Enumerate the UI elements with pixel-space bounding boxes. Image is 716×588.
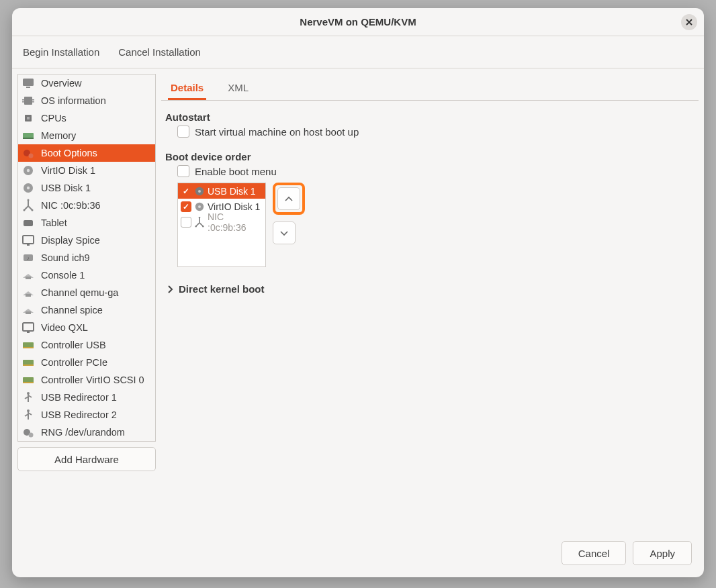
display-icon (21, 233, 36, 248)
monitor-icon (21, 76, 36, 91)
tab-xml[interactable]: XML (225, 82, 251, 100)
boot-device-row[interactable]: USB Disk 1 (178, 183, 265, 199)
sidebar-item-rng-dev-urandom[interactable]: RNG /dev/urandom (18, 424, 155, 441)
sidebar-item-label: Channel qemu-ga (41, 287, 118, 298)
tab-details[interactable]: Details (168, 82, 206, 100)
move-down-button[interactable] (273, 222, 296, 244)
titlebar: NerveVM on QEMU/KVM (12, 8, 704, 36)
sidebar-item-os-information[interactable]: OS information (18, 92, 155, 109)
boot-device-label: USB Disk 1 (208, 186, 256, 197)
ctrl-icon (21, 338, 36, 352)
sidebar-item-controller-virtio-scsi-0[interactable]: Controller VirtIO SCSI 0 (18, 371, 155, 389)
sidebar-item-label: Overview (41, 78, 81, 89)
enable-boot-menu-checkbox[interactable] (177, 165, 189, 177)
port-icon (21, 303, 36, 317)
autostart-heading: Autostart (165, 111, 695, 123)
sidebar-item-label: Display Spice (41, 235, 100, 246)
install-toolbar: Begin Installation Cancel Installation (12, 36, 704, 68)
boot-device-label: VirtIO Disk 1 (208, 201, 260, 212)
sidebar-item-boot-options[interactable]: Boot Options (18, 144, 155, 162)
detail-tabs: Details XML (161, 74, 699, 101)
hardware-sidebar: OverviewOS informationCPUsMemoryBoot Opt… (17, 74, 156, 442)
sidebar-item-label: Sound ich9 (41, 252, 90, 263)
sidebar-item-display-spice[interactable]: Display Spice (18, 232, 155, 249)
sidebar-item-label: USB Redirector 2 (41, 409, 117, 420)
sidebar-item-label: USB Disk 1 (41, 183, 91, 193)
sidebar-item-tablet[interactable]: Tablet (18, 214, 155, 232)
chevron-up-icon (283, 194, 295, 203)
sidebar-item-label: Boot Options (41, 148, 97, 158)
ctrl-icon (21, 373, 36, 387)
direct-kernel-boot-label: Direct kernel boot (179, 283, 265, 295)
gears-icon (21, 146, 36, 160)
gears-icon (21, 425, 36, 440)
chip-icon (21, 93, 36, 108)
autostart-label: Start virtual machine on host boot up (195, 126, 359, 138)
sidebar-item-usb-disk-1[interactable]: USB Disk 1 (18, 179, 155, 197)
footer: Cancel Apply (161, 534, 699, 572)
sidebar-item-label: Console 1 (41, 270, 85, 281)
sidebar-item-label: OS information (41, 95, 106, 106)
sidebar-item-cpus[interactable]: CPUs (18, 109, 155, 127)
details-pane: Autostart Start virtual machine on host … (161, 101, 699, 534)
sidebar-item-label: Controller USB (41, 340, 106, 350)
boot-device-checkbox[interactable] (181, 201, 191, 212)
direct-kernel-boot-expander[interactable]: Direct kernel boot (165, 283, 695, 295)
sidebar-item-label: Video QXL (41, 322, 88, 333)
sidebar-item-label: Tablet (41, 217, 67, 228)
ctrl-icon (21, 355, 36, 370)
sidebar-item-label: RNG /dev/urandom (41, 427, 125, 438)
close-button[interactable] (681, 14, 697, 30)
begin-installation-button[interactable]: Begin Installation (23, 46, 99, 58)
sidebar-item-console-1[interactable]: Console 1 (18, 266, 155, 284)
sidebar-item-channel-qemu-ga[interactable]: Channel qemu-ga (18, 284, 155, 301)
sidebar-item-label: Controller PCIe (41, 357, 107, 368)
boot-device-checkbox[interactable] (181, 186, 191, 197)
nic-icon (21, 198, 36, 213)
sidebar-item-sound-ich9[interactable]: Sound ich9 (18, 249, 155, 266)
boot-order-heading: Boot device order (165, 151, 695, 162)
disk-icon (194, 186, 205, 197)
disk-icon (21, 163, 36, 178)
window-title: NerveVM on QEMU/KVM (300, 16, 416, 28)
content-pane: Details XML Autostart Start virtual mach… (161, 74, 699, 572)
sidebar-item-controller-usb[interactable]: Controller USB (18, 336, 155, 354)
sound-icon (21, 250, 36, 265)
sidebar-item-channel-spice[interactable]: Channel spice (18, 301, 155, 319)
cancel-installation-button[interactable]: Cancel Installation (118, 46, 201, 58)
sidebar-item-label: Channel spice (41, 305, 103, 315)
sidebar-item-virtio-disk-1[interactable]: VirtIO Disk 1 (18, 162, 155, 179)
body: OverviewOS informationCPUsMemoryBoot Opt… (12, 68, 704, 577)
cancel-button[interactable]: Cancel (562, 541, 627, 565)
apply-button[interactable]: Apply (633, 541, 692, 565)
add-hardware-button[interactable]: Add Hardware (17, 447, 156, 471)
sidebar-item-usb-redirector-2[interactable]: USB Redirector 2 (18, 406, 155, 424)
cpu-icon (21, 111, 36, 126)
sidebar-item-usb-redirector-1[interactable]: USB Redirector 1 (18, 389, 155, 406)
boot-device-checkbox[interactable] (181, 217, 191, 228)
sidebar-item-video-qxl[interactable]: Video QXL (18, 319, 155, 336)
ram-icon (21, 128, 36, 143)
sidebar-item-label: Controller VirtIO SCSI 0 (41, 375, 144, 385)
sidebar-item-nic-0c-9b-36[interactable]: NIC :0c:9b:36 (18, 197, 155, 214)
disk-icon (21, 181, 36, 195)
sidebar-item-label: Memory (41, 130, 76, 141)
boot-order-arrows (273, 183, 305, 244)
sidebar-item-label: NIC :0c:9b:36 (41, 200, 101, 211)
boot-device-row[interactable]: NIC :0c:9b:36 (178, 214, 265, 230)
sidebar-item-controller-pcie[interactable]: Controller PCIe (18, 354, 155, 371)
usb-icon (21, 407, 36, 422)
sidebar-item-overview[interactable]: Overview (18, 75, 155, 92)
boot-device-list[interactable]: USB Disk 1VirtIO Disk 1NIC :0c:9b:36 (177, 183, 266, 267)
vm-settings-window: NerveVM on QEMU/KVM Begin Installation C… (12, 8, 704, 577)
chevron-down-icon (278, 228, 290, 238)
display-icon (21, 320, 36, 335)
sidebar-item-label: CPUs (41, 113, 66, 124)
disk-icon (194, 201, 205, 212)
hardware-list[interactable]: OverviewOS informationCPUsMemoryBoot Opt… (18, 75, 155, 441)
tablet-icon (21, 215, 36, 230)
autostart-checkbox[interactable] (177, 126, 189, 138)
sidebar-item-memory[interactable]: Memory (18, 127, 155, 144)
move-up-button[interactable] (277, 187, 300, 210)
enable-boot-menu-label: Enable boot menu (195, 166, 277, 177)
